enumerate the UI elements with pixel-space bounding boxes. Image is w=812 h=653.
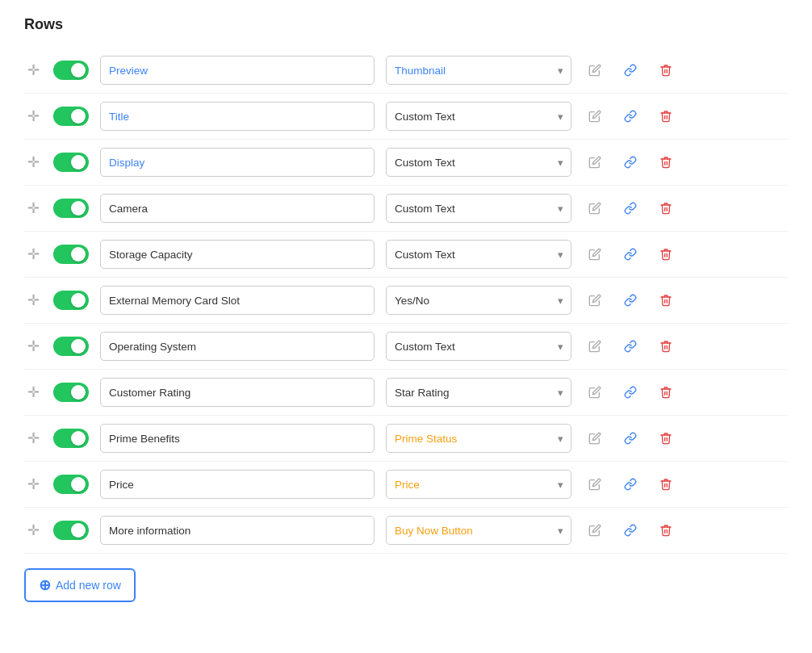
row-label-input[interactable] bbox=[100, 240, 375, 269]
delete-button[interactable] bbox=[654, 104, 678, 128]
edit-button[interactable] bbox=[583, 104, 607, 128]
row-type-select-wrap: Custom TextThumbnailYes/NoStar RatingPri… bbox=[386, 148, 571, 177]
drag-handle-icon[interactable]: ✛ bbox=[24, 383, 42, 401]
link-button[interactable] bbox=[618, 380, 642, 404]
link-button[interactable] bbox=[618, 426, 642, 450]
drag-handle-icon[interactable]: ✛ bbox=[24, 521, 42, 539]
table-row: ✛Custom TextThumbnailYes/NoStar RatingPr… bbox=[24, 278, 788, 324]
row-type-select[interactable]: Custom TextThumbnailYes/NoStar RatingPri… bbox=[386, 102, 571, 131]
drag-handle-icon[interactable]: ✛ bbox=[24, 153, 42, 171]
row-type-select[interactable]: Custom TextThumbnailYes/NoStar RatingPri… bbox=[386, 148, 571, 177]
row-type-select-wrap: Custom TextThumbnailYes/NoStar RatingPri… bbox=[386, 470, 571, 499]
table-row: ✛Custom TextThumbnailYes/NoStar RatingPr… bbox=[24, 462, 788, 508]
row-type-select-wrap: Custom TextThumbnailYes/NoStar RatingPri… bbox=[386, 378, 571, 407]
row-toggle[interactable] bbox=[53, 383, 89, 402]
table-row: ✛Custom TextThumbnailYes/NoStar RatingPr… bbox=[24, 140, 788, 186]
row-toggle[interactable] bbox=[53, 199, 89, 218]
row-label-input[interactable] bbox=[100, 332, 375, 361]
link-button[interactable] bbox=[618, 334, 642, 358]
delete-button[interactable] bbox=[654, 518, 678, 542]
row-label-input[interactable] bbox=[100, 424, 375, 453]
edit-button[interactable] bbox=[583, 334, 607, 358]
row-type-select-wrap: Custom TextThumbnailYes/NoStar RatingPri… bbox=[386, 286, 571, 315]
edit-button[interactable] bbox=[583, 472, 607, 496]
rows-container: ✛Custom TextThumbnailYes/NoStar RatingPr… bbox=[24, 48, 788, 554]
delete-button[interactable] bbox=[654, 242, 678, 266]
link-button[interactable] bbox=[618, 196, 642, 220]
edit-button[interactable] bbox=[583, 150, 607, 174]
edit-button[interactable] bbox=[583, 426, 607, 450]
add-row-button[interactable]: ⊕ Add new row bbox=[24, 568, 136, 602]
row-type-select-wrap: Custom TextThumbnailYes/NoStar RatingPri… bbox=[386, 56, 571, 85]
drag-handle-icon[interactable]: ✛ bbox=[24, 475, 42, 493]
link-button[interactable] bbox=[618, 150, 642, 174]
drag-handle-icon[interactable]: ✛ bbox=[24, 61, 42, 79]
row-type-select[interactable]: Custom TextThumbnailYes/NoStar RatingPri… bbox=[386, 286, 571, 315]
row-type-select[interactable]: Custom TextThumbnailYes/NoStar RatingPri… bbox=[386, 56, 571, 85]
drag-handle-icon[interactable]: ✛ bbox=[24, 429, 42, 447]
row-toggle[interactable] bbox=[53, 429, 89, 448]
row-toggle[interactable] bbox=[53, 107, 89, 126]
delete-button[interactable] bbox=[654, 380, 678, 404]
row-label-input[interactable] bbox=[100, 148, 375, 177]
drag-handle-icon[interactable]: ✛ bbox=[24, 291, 42, 309]
table-row: ✛Custom TextThumbnailYes/NoStar RatingPr… bbox=[24, 370, 788, 416]
edit-button[interactable] bbox=[583, 58, 607, 82]
drag-handle-icon[interactable]: ✛ bbox=[24, 199, 42, 217]
row-type-select-wrap: Custom TextThumbnailYes/NoStar RatingPri… bbox=[386, 424, 571, 453]
row-type-select[interactable]: Custom TextThumbnailYes/NoStar RatingPri… bbox=[386, 470, 571, 499]
row-type-select-wrap: Custom TextThumbnailYes/NoStar RatingPri… bbox=[386, 332, 571, 361]
delete-button[interactable] bbox=[654, 150, 678, 174]
delete-button[interactable] bbox=[654, 426, 678, 450]
row-toggle[interactable] bbox=[53, 475, 89, 494]
table-row: ✛Custom TextThumbnailYes/NoStar RatingPr… bbox=[24, 508, 788, 554]
row-type-select-wrap: Custom TextThumbnailYes/NoStar RatingPri… bbox=[386, 516, 571, 545]
row-type-select[interactable]: Custom TextThumbnailYes/NoStar RatingPri… bbox=[386, 424, 571, 453]
link-button[interactable] bbox=[618, 472, 642, 496]
row-type-select-wrap: Custom TextThumbnailYes/NoStar RatingPri… bbox=[386, 102, 571, 131]
table-row: ✛Custom TextThumbnailYes/NoStar RatingPr… bbox=[24, 324, 788, 370]
edit-button[interactable] bbox=[583, 242, 607, 266]
link-button[interactable] bbox=[618, 242, 642, 266]
delete-button[interactable] bbox=[654, 196, 678, 220]
row-label-input[interactable] bbox=[100, 470, 375, 499]
row-toggle[interactable] bbox=[53, 245, 89, 264]
row-label-input[interactable] bbox=[100, 286, 375, 315]
row-toggle[interactable] bbox=[53, 61, 89, 80]
row-type-select[interactable]: Custom TextThumbnailYes/NoStar RatingPri… bbox=[386, 516, 571, 545]
row-type-select[interactable]: Custom TextThumbnailYes/NoStar RatingPri… bbox=[386, 194, 571, 223]
edit-button[interactable] bbox=[583, 196, 607, 220]
delete-button[interactable] bbox=[654, 334, 678, 358]
row-label-input[interactable] bbox=[100, 378, 375, 407]
add-row-label: Add new row bbox=[56, 579, 121, 592]
edit-button[interactable] bbox=[583, 518, 607, 542]
row-type-select[interactable]: Custom TextThumbnailYes/NoStar RatingPri… bbox=[386, 332, 571, 361]
delete-button[interactable] bbox=[654, 58, 678, 82]
row-type-select-wrap: Custom TextThumbnailYes/NoStar RatingPri… bbox=[386, 240, 571, 269]
edit-button[interactable] bbox=[583, 380, 607, 404]
delete-button[interactable] bbox=[654, 288, 678, 312]
link-button[interactable] bbox=[618, 518, 642, 542]
table-row: ✛Custom TextThumbnailYes/NoStar RatingPr… bbox=[24, 94, 788, 140]
row-toggle[interactable] bbox=[53, 291, 89, 310]
link-button[interactable] bbox=[618, 104, 642, 128]
row-label-input[interactable] bbox=[100, 194, 375, 223]
row-label-input[interactable] bbox=[100, 516, 375, 545]
table-row: ✛Custom TextThumbnailYes/NoStar RatingPr… bbox=[24, 416, 788, 462]
delete-button[interactable] bbox=[654, 472, 678, 496]
row-toggle[interactable] bbox=[53, 153, 89, 172]
row-toggle[interactable] bbox=[53, 521, 89, 540]
drag-handle-icon[interactable]: ✛ bbox=[24, 245, 42, 263]
plus-icon: ⊕ bbox=[39, 576, 51, 594]
link-button[interactable] bbox=[618, 58, 642, 82]
row-type-select[interactable]: Custom TextThumbnailYes/NoStar RatingPri… bbox=[386, 378, 571, 407]
row-type-select[interactable]: Custom TextThumbnailYes/NoStar RatingPri… bbox=[386, 240, 571, 269]
drag-handle-icon[interactable]: ✛ bbox=[24, 337, 42, 355]
row-label-input[interactable] bbox=[100, 102, 375, 131]
link-button[interactable] bbox=[618, 288, 642, 312]
drag-handle-icon[interactable]: ✛ bbox=[24, 107, 42, 125]
row-label-input[interactable] bbox=[100, 56, 375, 85]
edit-button[interactable] bbox=[583, 288, 607, 312]
row-toggle[interactable] bbox=[53, 337, 89, 356]
table-row: ✛Custom TextThumbnailYes/NoStar RatingPr… bbox=[24, 48, 788, 94]
